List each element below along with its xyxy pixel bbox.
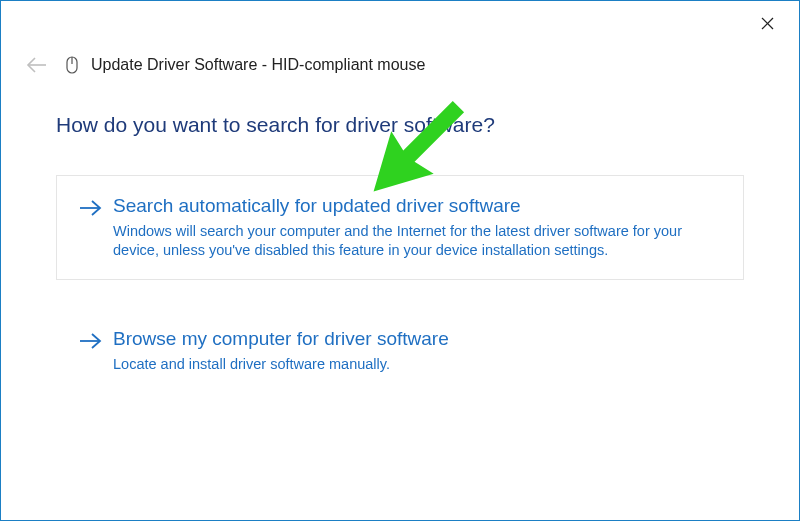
arrow-right-icon [77, 329, 105, 353]
option-row: Search automatically for updated driver … [77, 194, 723, 261]
option-title: Search automatically for updated driver … [113, 194, 723, 218]
back-button[interactable] [23, 51, 51, 79]
close-button[interactable] [747, 9, 787, 37]
close-icon [761, 17, 774, 30]
option-description: Locate and install driver software manua… [113, 355, 449, 375]
wizard-header: Update Driver Software - HID-compliant m… [23, 51, 425, 79]
option-title: Browse my computer for driver software [113, 327, 449, 351]
option-description: Windows will search your computer and th… [113, 222, 723, 261]
option-body: Search automatically for updated driver … [113, 194, 723, 261]
option-body: Browse my computer for driver software L… [113, 327, 449, 374]
window-title: Update Driver Software - HID-compliant m… [91, 56, 425, 74]
back-arrow-icon [26, 56, 48, 74]
device-icon [63, 54, 81, 76]
page-heading: How do you want to search for driver sof… [56, 113, 744, 137]
option-browse-computer[interactable]: Browse my computer for driver software L… [56, 308, 744, 393]
arrow-right-icon [77, 196, 105, 220]
main-content: How do you want to search for driver sof… [56, 113, 744, 421]
option-row: Browse my computer for driver software L… [77, 327, 723, 374]
option-search-automatically[interactable]: Search automatically for updated driver … [56, 175, 744, 280]
